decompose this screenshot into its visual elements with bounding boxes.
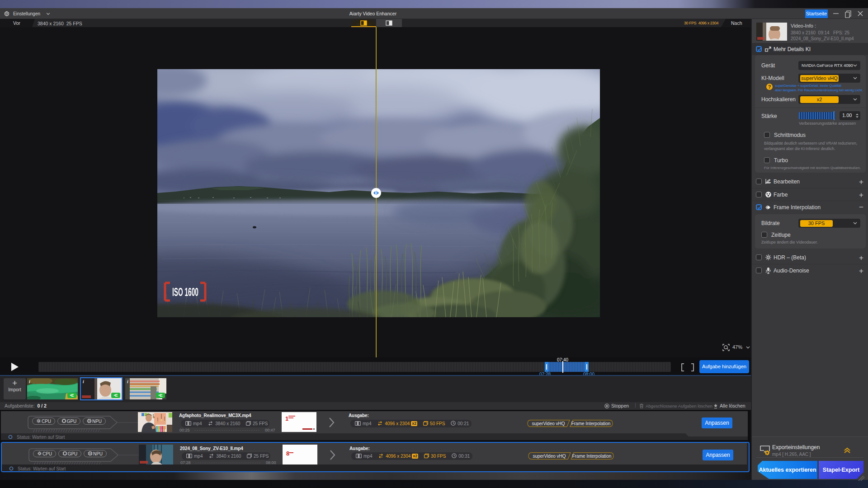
svg-text:ISO 1600: ISO 1600 [172, 285, 198, 299]
svg-text:superVideo vHQ: superVideo vHQ [533, 454, 566, 459]
svg-text:Frame Interpolation: Frame Interpolation [572, 454, 612, 459]
svg-text:superVideo vHQ: superVideo vHQ [532, 421, 565, 426]
svg-text:Frame Interpolation: Frame Interpolation [571, 421, 611, 426]
svg-text:1: 1 [285, 415, 288, 422]
svg-text:8: 8 [286, 450, 289, 457]
